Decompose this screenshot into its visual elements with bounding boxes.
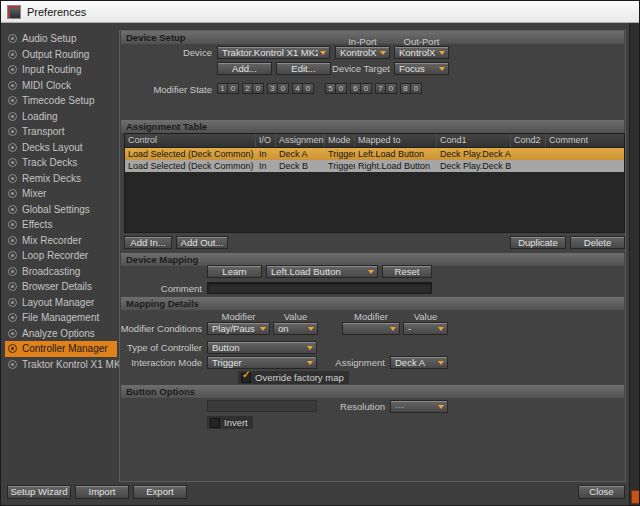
sidebar-item-label: Loop Recorder xyxy=(22,250,88,261)
col-comment[interactable]: Comment xyxy=(546,134,624,147)
modifier-7-value[interactable]: 0 xyxy=(386,83,397,94)
type-of-controller-label: Type of Controller xyxy=(120,341,202,354)
chevron-down-icon xyxy=(438,361,444,365)
duplicate-button[interactable]: Duplicate xyxy=(510,236,566,249)
sidebar-item-effects[interactable]: Effects xyxy=(5,217,117,233)
sidebar-item-timecode-setup[interactable]: Timecode Setup xyxy=(5,93,117,109)
learn-button[interactable]: Learn xyxy=(207,265,262,278)
modifier-3-button[interactable]: 3 xyxy=(267,83,278,94)
sidebar-item-decks-layout[interactable]: Decks Layout xyxy=(5,140,117,156)
sidebar-item-loading[interactable]: Loading xyxy=(5,109,117,125)
modifier-4-button[interactable]: 4 xyxy=(292,83,303,94)
export-button[interactable]: Export xyxy=(133,485,187,499)
sidebar-item-controller-manager[interactable]: Controller Manager xyxy=(5,341,117,357)
sidebar-item-remix-decks[interactable]: Remix Decks xyxy=(5,171,117,187)
sidebar-item-midi-clock[interactable]: MIDI Clock xyxy=(5,78,117,94)
radio-icon xyxy=(8,251,17,260)
col-mapped-to[interactable]: Mapped to xyxy=(355,134,437,147)
radio-icon xyxy=(8,313,17,322)
condition1-value-select[interactable]: on xyxy=(273,322,318,335)
close-button[interactable]: Close xyxy=(578,485,625,499)
setup-wizard-button[interactable]: Setup Wizard xyxy=(7,485,71,499)
sidebar-item-track-decks[interactable]: Track Decks xyxy=(5,155,117,171)
sidebar-item-layout-manager[interactable]: Layout Manager xyxy=(5,295,117,311)
modifier-8-value[interactable]: 0 xyxy=(411,83,422,94)
sidebar-item-traktor-kontrol-x1-mk2[interactable]: Traktor Kontrol X1 MK2 xyxy=(5,357,117,373)
scrollbar-thumb[interactable] xyxy=(631,490,640,504)
table-row-load-selected-deck-a[interactable]: Load Selected (Deck Common) In Deck A Tr… xyxy=(125,148,624,160)
sidebar-item-label: Global Settings xyxy=(22,204,90,215)
preferences-window: Preferences Audio Setup Output Routing I… xyxy=(0,0,640,506)
sidebar-item-browser-details[interactable]: Browser Details xyxy=(5,279,117,295)
interaction-mode-label: Interaction Mode xyxy=(120,356,202,369)
interaction-mode-select[interactable]: Trigger xyxy=(207,356,317,369)
import-button[interactable]: Import xyxy=(75,485,129,499)
modifier-4-value[interactable]: 0 xyxy=(303,83,314,94)
device-target-select[interactable]: Focus xyxy=(394,62,449,75)
override-factory-map-checkbox[interactable]: ✓ Override factory map xyxy=(238,371,349,384)
sidebar-item-output-routing[interactable]: Output Routing xyxy=(5,47,117,63)
modifier-1-button[interactable]: 1 xyxy=(217,83,228,94)
modifier-2-button[interactable]: 2 xyxy=(242,83,253,94)
sidebar-item-loop-recorder[interactable]: Loop Recorder xyxy=(5,248,117,264)
out-port-select[interactable]: KontrolX xyxy=(394,46,449,59)
radio-icon xyxy=(8,174,17,183)
in-port-select[interactable]: KontrolX xyxy=(335,46,390,59)
sidebar-item-mix-recorder[interactable]: Mix Recorder xyxy=(5,233,117,249)
chevron-down-icon xyxy=(308,327,314,331)
add-device-button[interactable]: Add... xyxy=(217,62,272,75)
modifier-3-value[interactable]: 0 xyxy=(278,83,289,94)
condition1-modifier-value: Play/Paus xyxy=(212,323,258,334)
sidebar-item-label: Analyze Options xyxy=(22,328,95,339)
modifier-7-button[interactable]: 7 xyxy=(375,83,386,94)
invert-checkbox[interactable]: Invert xyxy=(207,416,253,429)
sidebar-item-mixer[interactable]: Mixer xyxy=(5,186,117,202)
sidebar-item-global-settings[interactable]: Global Settings xyxy=(5,202,117,218)
add-in-button[interactable]: Add In... xyxy=(124,236,172,249)
col-cond1[interactable]: Cond1 xyxy=(437,134,511,147)
table-row-load-selected-deck-b[interactable]: Load Selected (Deck Common) In Deck B Tr… xyxy=(125,160,624,172)
col-mode[interactable]: Mode xyxy=(325,134,355,147)
modifier-5-value[interactable]: 0 xyxy=(336,83,347,94)
sidebar-item-analyze-options[interactable]: Analyze Options xyxy=(5,326,117,342)
assignment-select[interactable]: Deck A xyxy=(390,356,448,369)
device-select[interactable]: Traktor.Kontrol X1 MK2. xyxy=(217,46,330,59)
sidebar-item-label: Traktor Kontrol X1 MK2 xyxy=(22,359,126,370)
modifier-8-button[interactable]: 8 xyxy=(400,83,411,94)
device-target-select-value: Focus xyxy=(399,63,437,74)
condition2-modifier-select[interactable] xyxy=(342,322,400,335)
col-cond2[interactable]: Cond2 xyxy=(511,134,546,147)
delete-button[interactable]: Delete xyxy=(570,236,625,249)
reset-button[interactable]: Reset xyxy=(382,265,432,278)
window-title: Preferences xyxy=(27,6,86,18)
modifier-5-button[interactable]: 5 xyxy=(325,83,336,94)
type-of-controller-select[interactable]: Button xyxy=(207,341,317,354)
col-assignment[interactable]: Assignment xyxy=(276,134,325,147)
button-options-header: Button Options xyxy=(121,385,624,398)
comment-input[interactable] xyxy=(207,282,432,294)
add-out-button[interactable]: Add Out... xyxy=(176,236,228,249)
radio-icon xyxy=(8,127,17,136)
sidebar-item-input-routing[interactable]: Input Routing xyxy=(5,62,117,78)
scrollbar[interactable] xyxy=(629,23,640,506)
modifier-state-group: 10 20 30 40 50 60 70 80 xyxy=(217,83,425,94)
sidebar-item-audio-setup[interactable]: Audio Setup xyxy=(5,31,117,47)
modifier-6-value[interactable]: 0 xyxy=(361,83,372,94)
sidebar-item-transport[interactable]: Transport xyxy=(5,124,117,140)
mapping-details-header: Mapping Details xyxy=(121,297,624,310)
sidebar-item-broadcasting[interactable]: Broadcasting xyxy=(5,264,117,280)
modifier-6-button[interactable]: 6 xyxy=(350,83,361,94)
chevron-down-icon xyxy=(390,327,396,331)
col-io[interactable]: I/O xyxy=(256,134,276,147)
sidebar-item-file-management[interactable]: File Management xyxy=(5,310,117,326)
mapped-control-select[interactable]: Left.Load Button xyxy=(266,265,378,278)
app-icon xyxy=(7,5,21,19)
condition2-value-select[interactable]: - xyxy=(403,322,448,335)
modifier-2-value[interactable]: 0 xyxy=(253,83,264,94)
modifier-1-value[interactable]: 0 xyxy=(228,83,239,94)
radio-icon xyxy=(8,189,17,198)
col-control[interactable]: Control xyxy=(125,134,256,147)
condition1-modifier-select[interactable]: Play/Paus xyxy=(207,322,270,335)
resolution-select[interactable]: --- xyxy=(390,400,448,413)
modifier-state-label: Modifier State xyxy=(120,83,212,96)
